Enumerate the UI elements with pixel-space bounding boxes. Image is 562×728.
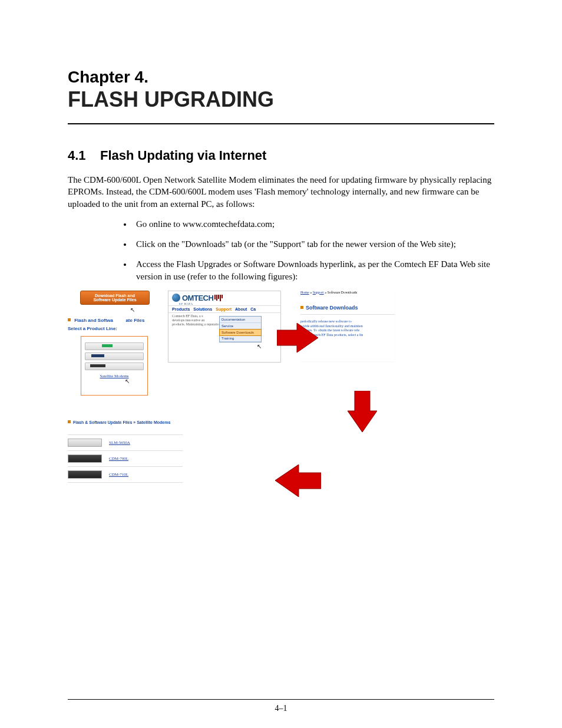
logo-text: OMTECH: [182, 294, 213, 302]
chapter-rule: [68, 123, 494, 124]
bc-tail: » Software Downloads: [324, 291, 358, 294]
file-row[interactable]: CDM-700L: [68, 450, 183, 467]
arrow-left-icon: [275, 465, 321, 497]
heading-pre: Flash and Softwa: [74, 318, 113, 323]
nav-about[interactable]: About: [235, 307, 247, 311]
nav-row: Products Solutions Support About Ca: [168, 305, 280, 313]
bullet-icon: [68, 420, 71, 423]
breadcrumb: Home » Support » Software Downloads: [300, 291, 395, 294]
update-files-list-panel: Flash & Software Update Files » Satellit…: [68, 420, 183, 515]
bc-home[interactable]: Home: [300, 291, 309, 294]
nav-support[interactable]: Support: [216, 307, 232, 311]
download-button-panel: Download Flash and Software Update Files…: [68, 291, 162, 326]
figure-area: OMTECH EF DATA Products Solutions Suppor…: [68, 291, 494, 532]
chapter-title: FLASH UPGRADING: [68, 89, 494, 110]
svg-marker-0: [277, 323, 318, 353]
cursor-icon: ↖: [130, 307, 135, 313]
menu-training[interactable]: Training: [220, 335, 261, 342]
divider: [300, 314, 395, 315]
file-row[interactable]: CDM-710L: [68, 466, 183, 483]
menu-documentation[interactable]: Documentation: [220, 317, 261, 323]
device-thumb: [68, 439, 102, 447]
arrow-down-icon: [348, 391, 377, 432]
device-thumb: [85, 342, 144, 350]
nav-ca[interactable]: Ca: [250, 307, 256, 311]
list-item: Click on the "Downloads" tab (or the "Su…: [133, 238, 494, 250]
btn-line1: Download Flash and: [95, 294, 135, 298]
select-product-line-label: Select a Product Line:: [68, 326, 162, 331]
section-title: Flash Updating via Internet: [100, 148, 266, 163]
comtech-site-panel: OMTECH EF DATA Products Solutions Suppor…: [168, 291, 281, 363]
product-line-box[interactable]: Satellite Modems ↖: [81, 336, 148, 396]
update-files-title: Flash & Software Update Files » Satellit…: [68, 420, 183, 424]
bullet-list: Go online to www.comtechefdata.com; Clic…: [68, 218, 494, 282]
satellite-modems-link[interactable]: Satellite Modems: [85, 374, 144, 378]
section-heading: 4.1 Flash Updating via Internet: [68, 148, 494, 163]
cursor-icon: ↖: [125, 378, 130, 384]
cursor-icon: ↖: [257, 343, 262, 350]
flash-software-heading: Flash and SoftwaXXXXate Files: [68, 318, 162, 323]
file-link[interactable]: CDM-710L: [109, 472, 128, 477]
list-item: Access the Flash Upgrades or Software Do…: [133, 258, 494, 282]
section-number: 4.1: [68, 148, 86, 163]
nav-solutions[interactable]: Solutions: [193, 307, 212, 311]
svg-marker-2: [275, 465, 321, 497]
file-link[interactable]: CDM-700L: [109, 456, 128, 461]
download-flash-button[interactable]: Download Flash and Software Update Files: [80, 291, 150, 305]
logo-row: OMTECH: [168, 291, 280, 304]
list-item: Go online to www.comtechefdata.com;: [133, 218, 494, 230]
globe-icon: [172, 294, 180, 302]
chapter-label: Chapter 4.: [68, 68, 494, 87]
btn-line2: Software Update Files: [83, 298, 147, 302]
logo-bars-icon: [214, 295, 223, 301]
device-thumb: [85, 353, 144, 360]
nav-products[interactable]: Products: [172, 307, 190, 311]
device-thumb: [68, 470, 102, 479]
product-line-panel: Select a Product Line: Satellite Modems …: [68, 326, 162, 420]
heading-post: ate Files: [125, 318, 144, 323]
svg-marker-1: [348, 391, 377, 432]
software-downloads-title: Software Downloads: [300, 305, 395, 311]
device-thumb: [68, 454, 102, 463]
support-dropdown: Documentation Service Software Downloads…: [219, 316, 262, 342]
device-thumb: [85, 363, 144, 370]
arrow-right-icon: [277, 323, 318, 353]
intro-paragraph: The CDM-600/600L Open Network Satellite …: [68, 174, 494, 210]
page: Chapter 4. FLASH UPGRADING 4.1 Flash Upd…: [0, 0, 562, 728]
bc-support[interactable]: Support: [313, 291, 324, 294]
file-link[interactable]: SLM-5650A: [109, 440, 130, 445]
file-row[interactable]: SLM-5650A: [68, 434, 183, 451]
footer-rule: [68, 699, 494, 700]
page-number: 4–1: [0, 704, 562, 713]
